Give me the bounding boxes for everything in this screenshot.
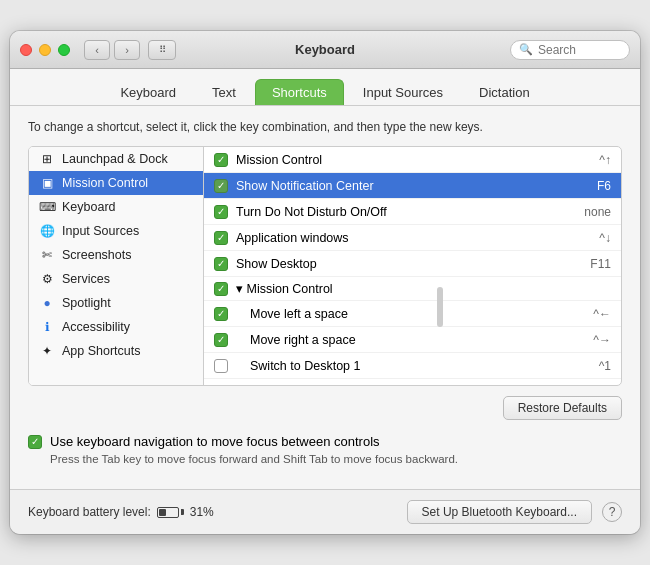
shortcut-name: Move right a space: [236, 333, 593, 347]
shortcut-key: ^2: [599, 385, 611, 386]
shortcut-key: ^↑: [599, 153, 611, 167]
sidebar: ⊞ Launchpad & Dock ▣ Mission Control ⌨ K…: [29, 147, 204, 385]
sidebar-item-app-shortcuts[interactable]: ✦ App Shortcuts: [29, 339, 203, 363]
launchpad-icon: ⊞: [39, 151, 55, 167]
sidebar-item-label: Keyboard: [62, 200, 116, 214]
section-header: ▾ Mission Control: [236, 281, 611, 296]
shortcuts-panel: ✓ Mission Control ^↑ ✓ Show Notification…: [204, 147, 621, 385]
bottom-buttons: Set Up Bluetooth Keyboard... ?: [407, 500, 622, 524]
sidebar-item-label: Mission Control: [62, 176, 148, 190]
close-button[interactable]: [20, 44, 32, 56]
shortcut-name: Move left a space: [236, 307, 593, 321]
shortcut-row-show-desktop[interactable]: ✓ Show Desktop F11: [204, 251, 621, 277]
content-area: To change a shortcut, select it, click t…: [10, 106, 640, 477]
sidebar-item-label: Services: [62, 272, 110, 286]
app-shortcuts-icon: ✦: [39, 343, 55, 359]
nav-checkbox-label: Use keyboard navigation to move focus be…: [50, 434, 380, 449]
shortcut-name: Show Notification Center: [236, 179, 597, 193]
shortcut-key: ^→: [593, 333, 611, 347]
shortcut-row-desktop-2[interactable]: Switch to Desktop 2 ^2: [204, 379, 621, 385]
forward-button[interactable]: ›: [114, 40, 140, 60]
back-button[interactable]: ‹: [84, 40, 110, 60]
battery-label: Keyboard battery level: 31%: [28, 505, 214, 519]
sidebar-item-label: App Shortcuts: [62, 344, 141, 358]
sidebar-item-launchpad[interactable]: ⊞ Launchpad & Dock: [29, 147, 203, 171]
shortcut-key: ^←: [593, 307, 611, 321]
checkbox-show-desktop[interactable]: ✓: [214, 257, 228, 271]
minimize-button[interactable]: [39, 44, 51, 56]
sidebar-item-spotlight[interactable]: ● Spotlight: [29, 291, 203, 315]
restore-defaults-button[interactable]: Restore Defaults: [503, 396, 622, 420]
tab-dictation[interactable]: Dictation: [462, 79, 547, 105]
nav-checkbox-row: ✓ Use keyboard navigation to move focus …: [28, 434, 622, 449]
sidebar-item-accessibility[interactable]: ℹ Accessibility: [29, 315, 203, 339]
shortcut-key: ^↓: [599, 231, 611, 245]
keyboard-icon: ⌨: [39, 199, 55, 215]
battery-fill: [159, 509, 166, 516]
shortcut-row-desktop-1[interactable]: Switch to Desktop 1 ^1: [204, 353, 621, 379]
help-button[interactable]: ?: [602, 502, 622, 522]
checkbox-desktop-2[interactable]: [214, 385, 228, 386]
checkbox-move-left[interactable]: ✓: [214, 307, 228, 321]
services-icon: ⚙: [39, 271, 55, 287]
nav-hint-text: Press the Tab key to move focus forward …: [28, 453, 622, 465]
checkbox-mission-control-top[interactable]: ✓: [214, 153, 228, 167]
scroll-handle[interactable]: [437, 287, 443, 327]
tab-text[interactable]: Text: [195, 79, 253, 105]
apps-grid-button[interactable]: ⠿: [148, 40, 176, 60]
titlebar: ‹ › ⠿ Keyboard 🔍: [10, 31, 640, 69]
shortcut-key: F6: [597, 179, 611, 193]
sidebar-item-label: Spotlight: [62, 296, 111, 310]
sidebar-item-services[interactable]: ⚙ Services: [29, 267, 203, 291]
tab-shortcuts[interactable]: Shortcuts: [255, 79, 344, 105]
shortcut-section-mission-control: ✓ ▾ Mission Control: [204, 277, 621, 301]
sidebar-item-label: Launchpad & Dock: [62, 152, 168, 166]
checkbox-dnd[interactable]: ✓: [214, 205, 228, 219]
tabs-bar: Keyboard Text Shortcuts Input Sources Di…: [10, 69, 640, 106]
checkbox-section-mc[interactable]: ✓: [214, 282, 228, 296]
sidebar-item-screenshots[interactable]: ✄ Screenshots: [29, 243, 203, 267]
checkbox-desktop-1[interactable]: [214, 359, 228, 373]
mission-control-icon: ▣: [39, 175, 55, 191]
sidebar-item-label: Input Sources: [62, 224, 139, 238]
traffic-lights: [20, 44, 70, 56]
screenshots-icon: ✄: [39, 247, 55, 263]
main-area: ⊞ Launchpad & Dock ▣ Mission Control ⌨ K…: [28, 146, 622, 386]
bluetooth-keyboard-button[interactable]: Set Up Bluetooth Keyboard...: [407, 500, 592, 524]
shortcut-row-show-notification[interactable]: ✓ Show Notification Center F6: [204, 173, 621, 199]
shortcut-row-move-right[interactable]: ✓ Move right a space ^→: [204, 327, 621, 353]
bottom-bar: Keyboard battery level: 31% Set Up Bluet…: [10, 489, 640, 534]
nav-buttons: ‹ ›: [84, 40, 140, 60]
search-input[interactable]: [538, 43, 618, 57]
tab-keyboard[interactable]: Keyboard: [103, 79, 193, 105]
shortcut-name: Turn Do Not Disturb On/Off: [236, 205, 584, 219]
sidebar-item-input-sources[interactable]: 🌐 Input Sources: [29, 219, 203, 243]
nav-checkbox[interactable]: ✓: [28, 435, 42, 449]
accessibility-icon: ℹ: [39, 319, 55, 335]
search-icon: 🔍: [519, 43, 533, 56]
shortcut-row-app-windows[interactable]: ✓ Application windows ^↓: [204, 225, 621, 251]
tab-input-sources[interactable]: Input Sources: [346, 79, 460, 105]
battery-icon: [157, 507, 184, 518]
shortcut-name: Application windows: [236, 231, 599, 245]
sidebar-item-label: Accessibility: [62, 320, 130, 334]
shortcut-row-mission-control-top[interactable]: ✓ Mission Control ^↑: [204, 147, 621, 173]
search-box[interactable]: 🔍: [510, 40, 630, 60]
shortcut-key: F11: [590, 257, 611, 271]
shortcut-row-move-left[interactable]: ✓ Move left a space ^←: [204, 301, 621, 327]
shortcut-row-dnd[interactable]: ✓ Turn Do Not Disturb On/Off none: [204, 199, 621, 225]
battery-tip: [181, 509, 184, 515]
input-sources-icon: 🌐: [39, 223, 55, 239]
maximize-button[interactable]: [58, 44, 70, 56]
sidebar-item-keyboard[interactable]: ⌨ Keyboard: [29, 195, 203, 219]
shortcut-key: ^1: [599, 359, 611, 373]
battery-body: [157, 507, 179, 518]
keyboard-preferences-window: ‹ › ⠿ Keyboard 🔍 Keyboard Text Shortcuts…: [10, 31, 640, 534]
checkbox-move-right[interactable]: ✓: [214, 333, 228, 347]
battery-label-text: Keyboard battery level:: [28, 505, 151, 519]
instructions-text: To change a shortcut, select it, click t…: [28, 120, 622, 134]
shortcut-name: Switch to Desktop 2: [236, 385, 599, 386]
checkbox-show-notification[interactable]: ✓: [214, 179, 228, 193]
checkbox-app-windows[interactable]: ✓: [214, 231, 228, 245]
sidebar-item-mission-control[interactable]: ▣ Mission Control: [29, 171, 203, 195]
